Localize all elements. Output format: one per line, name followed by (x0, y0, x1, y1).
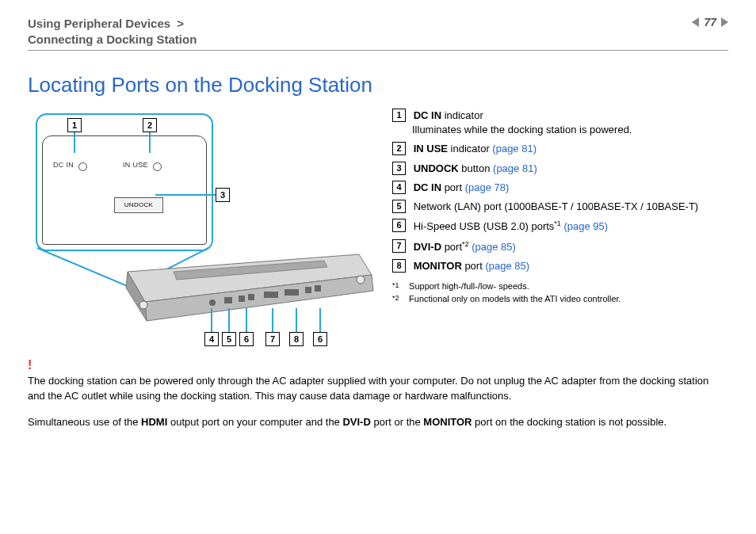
page-ref-link[interactable]: (page 81) (492, 143, 536, 154)
legend-text: Network (LAN) port (1000BASE-T / 100BASE… (414, 200, 699, 212)
legend-text: MONITOR port (page 85) (414, 260, 529, 272)
callout-3: 3 (216, 188, 230, 202)
prev-page-icon[interactable] (692, 17, 699, 27)
page-ref-link[interactable]: (page 95) (564, 220, 609, 232)
legend-text: DVI-D port*2 (page 85) (414, 241, 516, 253)
footnote-2: *2 Functional only on models with the AT… (392, 294, 728, 303)
docking-station-figure: DC IN IN USE UNDOCK 1 2 3 (28, 105, 376, 351)
callout-6b: 6 (313, 332, 327, 346)
svg-rect-8 (239, 296, 245, 302)
svg-point-6 (209, 299, 216, 306)
legend-item-5: 5 Network (LAN) port (1000BASE-T / 100BA… (392, 200, 728, 214)
compatibility-note: Simultaneous use of the HDMI output port… (28, 415, 728, 430)
footnote-ref: *1 (554, 219, 561, 227)
legend-subtext: Illuminates while the docking station is… (412, 123, 728, 137)
legend-num: 7 (392, 239, 406, 253)
indicator-panel: DC IN IN USE UNDOCK (36, 113, 213, 251)
page-ref-link[interactable]: (page 85) (485, 260, 529, 272)
legend-item-7: 7 DVI-D port*2 (page 85) (392, 239, 728, 255)
page-title: Locating Ports on the Docking Station (28, 73, 728, 97)
page-ref-link[interactable]: (page 85) (472, 241, 516, 253)
leader-4 (211, 308, 212, 332)
legend-text: DC IN indicator (414, 109, 483, 121)
footnote-1: *1 Support high-/full-/low- speeds. (392, 281, 728, 291)
leader-6 (246, 308, 247, 332)
legend-num: 6 (392, 219, 406, 232)
legend-item-2: 2 IN USE indicator (page 81) (392, 142, 728, 156)
legend-num: 8 (392, 259, 406, 273)
legend-text: DC IN port (page 78) (414, 181, 510, 193)
leader-5 (228, 308, 230, 332)
legend-text: Hi-Speed USB (USB 2.0) ports*1 (page 95) (414, 220, 609, 232)
callout-4: 4 (204, 332, 219, 346)
svg-point-5 (357, 276, 365, 284)
footnote-text: Functional only on models with the ATI v… (409, 294, 621, 303)
in-use-led-icon (153, 162, 162, 171)
legend-item-8: 8 MONITOR port (page 85) (392, 259, 728, 273)
svg-rect-9 (248, 294, 254, 300)
callout-1: 1 (67, 118, 82, 132)
legend-item-6: 6 Hi-Speed USB (USB 2.0) ports*1 (page 9… (392, 219, 728, 235)
warning-text: The docking station can be powered only … (28, 375, 708, 402)
leader-8 (296, 308, 297, 332)
footnote-ref: *2 (462, 240, 469, 248)
legend-text: IN USE indicator (page 81) (414, 143, 536, 154)
breadcrumb-separator: > (174, 17, 187, 30)
legend-num: 2 (392, 142, 406, 155)
page-header: Using Peripheral Devices > Connecting a … (28, 16, 728, 51)
footnote-text: Support high-/full-/low- speeds. (409, 281, 529, 291)
dock-body-illustration (121, 253, 375, 324)
in-use-label: IN USE (123, 161, 148, 169)
page-ref-link[interactable]: (page 78) (465, 181, 510, 193)
footnote-mark: *1 (392, 281, 407, 289)
page-ref-link[interactable]: (page 81) (493, 162, 537, 174)
svg-rect-13 (315, 285, 321, 292)
callout-8: 8 (289, 332, 304, 346)
legend-num: 3 (392, 162, 406, 175)
page-number: 77 (704, 16, 716, 29)
leader-3 (155, 194, 216, 196)
callout-2: 2 (143, 118, 157, 132)
footnotes: *1 Support high-/full-/low- speeds. *2 F… (392, 281, 728, 303)
breadcrumb-section: Using Peripheral Devices (28, 17, 170, 30)
svg-rect-7 (224, 297, 232, 303)
undock-button: UNDOCK (114, 197, 163, 213)
leader-1 (74, 132, 75, 153)
leader-7 (272, 308, 273, 332)
legend-item-4: 4 DC IN port (page 78) (392, 181, 728, 195)
legend-item-3: 3 UNDOCK button (page 81) (392, 162, 728, 176)
leader-2 (149, 132, 151, 153)
next-page-icon[interactable] (721, 17, 728, 27)
page-nav: 77 (692, 16, 728, 29)
svg-rect-10 (264, 292, 278, 298)
svg-rect-12 (305, 287, 311, 293)
callout-7: 7 (265, 332, 280, 346)
dc-in-label: DC IN (53, 161, 74, 169)
warning-icon: ! (28, 356, 728, 374)
callout-5: 5 (222, 332, 236, 346)
svg-point-4 (139, 301, 147, 309)
legend-num: 5 (392, 200, 406, 213)
legend-text: UNDOCK button (page 81) (414, 162, 537, 174)
legend-item-1: 1 DC IN indicator Illuminates while the … (392, 109, 728, 137)
svg-rect-11 (284, 289, 299, 296)
leader-6b (319, 308, 321, 332)
breadcrumb-page: Connecting a Docking Station (28, 32, 197, 46)
legend-num: 4 (392, 181, 406, 194)
warning-block: ! The docking station can be powered onl… (28, 356, 728, 404)
footnote-mark: *2 (392, 294, 407, 302)
legend-num: 1 (392, 109, 406, 122)
port-legend: 1 DC IN indicator Illuminates while the … (392, 109, 728, 273)
callout-6: 6 (239, 332, 254, 346)
breadcrumb: Using Peripheral Devices > Connecting a … (28, 16, 197, 47)
panel-outline (42, 135, 207, 245)
dc-in-led-icon (78, 162, 87, 171)
